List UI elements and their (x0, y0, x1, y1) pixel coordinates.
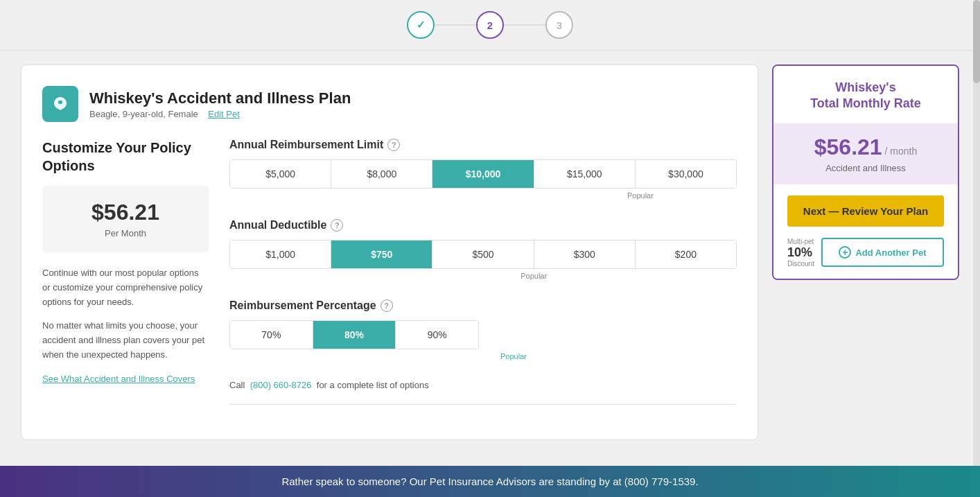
see-covers-link[interactable]: See What Accident and Illness Covers (42, 374, 195, 384)
call-text: Call (800) 660-8726 for a complete list … (229, 380, 737, 390)
rate-coverage-type: Accident and Illness (787, 163, 944, 173)
plan-title: Whiskey's Accident and Illness Plan (89, 89, 351, 107)
scrollbar-thumb[interactable] (973, 0, 980, 83)
multi-pet-discount-value: 10% (787, 245, 812, 259)
multi-pet-label: Multi-pet (787, 238, 814, 245)
reimbursement-30000[interactable]: $30,000 (636, 160, 736, 188)
deductible-help-icon[interactable]: ? (331, 219, 343, 232)
pct-90[interactable]: 90% (396, 321, 478, 349)
pet-title-container: Whiskey's Accident and Illness Plan Beag… (89, 89, 351, 119)
rate-card-price-section: $56.21 / month Accident and Illness (773, 123, 958, 184)
left-info: Customize Your Policy Options $56.21 Per… (42, 139, 209, 419)
deductible-200[interactable]: $200 (636, 241, 736, 268)
rate-card-header: Whiskey'sTotal Monthly Rate (773, 66, 958, 123)
right-panel: Whiskey'sTotal Monthly Rate $56.21 / mon… (772, 64, 959, 440)
multi-pet-section: Multi-pet 10% Discount + Add Another Pet (787, 238, 944, 268)
step-3[interactable]: 3 (545, 11, 573, 39)
reimbursement-15000[interactable]: $15,000 (534, 160, 636, 188)
customize-title: Customize Your Policy Options (42, 139, 209, 175)
reimbursement-10000[interactable]: $10,000 (432, 160, 534, 188)
scrollbar[interactable] (973, 0, 980, 497)
description-1: Continue with our most popular options o… (42, 266, 209, 309)
deductible-1000[interactable]: $1,000 (230, 241, 331, 268)
reimbursement-limit-label: Annual Reimbursement Limit ? (229, 139, 737, 151)
left-panel: Whiskey's Accident and Illness Plan Beag… (21, 64, 758, 440)
step-1[interactable]: ✓ (407, 11, 435, 39)
right-options: Annual Reimbursement Limit ? $5,000 $8,0… (229, 139, 737, 419)
deductible-300[interactable]: $300 (534, 241, 636, 268)
price-box: $56.21 Per Month (42, 186, 209, 252)
main-content: Whiskey's Accident and Illness Plan Beag… (0, 51, 980, 454)
step-2[interactable]: 2 (476, 11, 504, 39)
edit-pet-link[interactable]: Edit Pet (208, 109, 240, 119)
rate-price-display: $56.21 / month (787, 134, 944, 160)
reimbursement-limit-buttons: $5,000 $8,000 $10,000 $15,000 $30,000 (229, 159, 737, 189)
multi-pet-discount-label: Discount (787, 260, 814, 268)
reimbursement-pct-buttons: 70% 80% 90% (229, 320, 479, 349)
pet-header: Whiskey's Accident and Illness Plan Beag… (42, 86, 737, 122)
next-button[interactable]: Next — Review Your Plan (787, 195, 944, 227)
content-grid: Customize Your Policy Options $56.21 Per… (42, 139, 737, 419)
deductible-label: Annual Deductible ? (229, 219, 737, 232)
footer-banner: Rather speak to someone? Our Pet Insuran… (0, 466, 980, 497)
rate-card: Whiskey'sTotal Monthly Rate $56.21 / mon… (772, 64, 959, 280)
step-indicator: ✓ 2 3 (0, 0, 980, 51)
pct-80[interactable]: 80% (313, 321, 396, 349)
deductible-500[interactable]: $500 (432, 241, 534, 268)
pct-popular: Popular (290, 352, 737, 360)
footer-text: Rather speak to someone? Our Pet Insuran… (281, 476, 698, 487)
reimbursement-help-icon[interactable]: ? (387, 139, 400, 151)
description-2: No matter what limits you choose, your a… (42, 319, 209, 362)
deductible-section: Annual Deductible ? $1,000 $750 $500 $30… (229, 219, 737, 280)
rate-card-title: Whiskey'sTotal Monthly Rate (787, 80, 944, 112)
rate-price-month: / month (882, 146, 918, 157)
plus-icon: + (839, 246, 851, 259)
monthly-price: $56.21 (56, 200, 195, 225)
phone-link[interactable]: (800) 660-8726 (250, 380, 312, 390)
rate-card-actions: Next — Review Your Plan Multi-pet 10% Di… (773, 184, 958, 279)
reimbursement-5000[interactable]: $5,000 (230, 160, 331, 188)
reimbursement-limit-section: Annual Reimbursement Limit ? $5,000 $8,0… (229, 139, 737, 200)
multi-pet-info: Multi-pet 10% Discount (787, 238, 814, 268)
pet-subtitle: Beagle, 9-year-old, Female Edit Pet (89, 109, 351, 119)
reimbursement-pct-help-icon[interactable]: ? (380, 299, 393, 312)
divider (229, 404, 737, 405)
per-month-label: Per Month (56, 228, 195, 238)
rate-price-big: $56.21 (814, 134, 882, 159)
reimbursement-popular: Popular (544, 191, 737, 200)
reimbursement-pct-section: Reimbursement Percentage ? 70% 80% 90% P… (229, 299, 737, 360)
reimbursement-pct-label: Reimbursement Percentage ? (229, 299, 737, 312)
reimbursement-8000[interactable]: $8,000 (331, 160, 432, 188)
deductible-popular: Popular (331, 272, 737, 280)
deductible-750[interactable]: $750 (331, 241, 432, 268)
add-pet-button[interactable]: + Add Another Pet (821, 238, 944, 267)
pct-70[interactable]: 70% (230, 321, 313, 349)
deductible-buttons: $1,000 $750 $500 $300 $200 (229, 240, 737, 269)
pet-icon (42, 86, 78, 122)
